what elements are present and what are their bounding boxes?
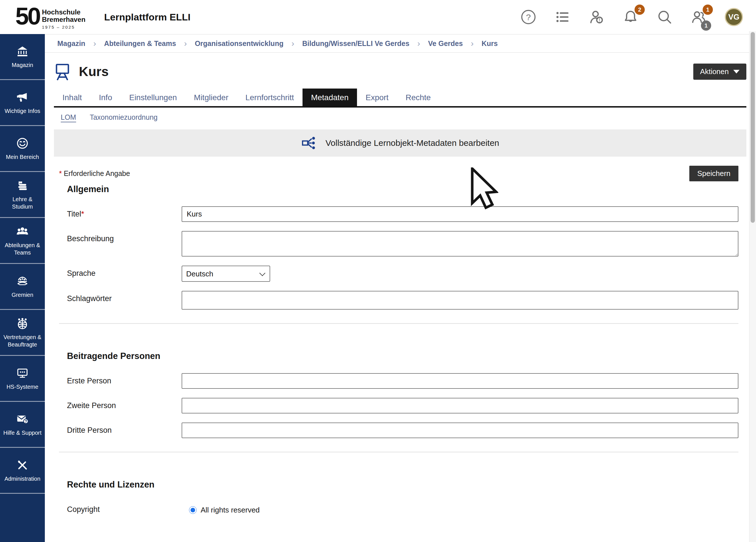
schlagwoerter-input[interactable] <box>182 291 738 310</box>
titel-required-asterisk: * <box>81 210 84 218</box>
sidebar-item-hs-systeme[interactable]: HS-Systeme <box>0 356 45 402</box>
breadcrumb-item[interactable]: Ve Gerdes <box>428 39 463 48</box>
tools-icon <box>16 459 29 472</box>
tab-info[interactable]: Info <box>91 89 121 106</box>
svg-text:!: ! <box>599 17 600 23</box>
committee-icon <box>16 275 29 288</box>
logo-name-line1: Hochschule <box>42 9 85 16</box>
metadata-node-icon <box>301 134 319 152</box>
breadcrumb-separator: › <box>417 39 420 48</box>
section-divider <box>59 323 738 324</box>
sidebar-item-label: Wichtige Infos <box>5 107 40 115</box>
logo-years: 1975 – 2025 <box>42 25 85 30</box>
breadcrumb-item[interactable]: Kurs <box>482 39 498 48</box>
erste-person-input[interactable] <box>182 373 738 389</box>
subtab-lom[interactable]: LOM <box>61 113 76 121</box>
section-title-rechte: Rechte und Lizenzen <box>67 480 738 490</box>
actions-button-label: Aktionen <box>700 67 729 76</box>
edit-full-metadata-banner[interactable]: Vollständige Lernobjekt-Metadaten bearbe… <box>54 129 746 157</box>
erste-person-label: Erste Person <box>59 373 182 385</box>
breadcrumb-separator: › <box>471 39 474 48</box>
sidebar-item-label: Gremien <box>12 291 33 299</box>
bullet-list-icon[interactable] <box>555 9 570 25</box>
breadcrumb-item[interactable]: Organisationsentwicklung <box>195 39 283 48</box>
sprache-select[interactable]: Deutsch <box>182 266 270 282</box>
sidebar-item-lehre-studium[interactable]: Lehre & Studium <box>0 172 45 218</box>
breadcrumb-item[interactable]: Abteilungen & Teams <box>104 39 176 48</box>
section-title-allgemein: Allgemein <box>67 184 746 194</box>
tab-mitglieder[interactable]: Mitglieder <box>185 89 237 106</box>
top-header: 50 Hochschule Bremerhaven 1975 – 2025 Le… <box>0 0 756 34</box>
save-button[interactable]: Speichern <box>689 166 738 181</box>
search-icon[interactable] <box>657 9 673 25</box>
metadata-form: Titel* Beschreibung Sprache Deutsch Schl… <box>59 206 738 514</box>
sidebar-item-label: HS-Systeme <box>7 383 38 390</box>
contacts-badge-total: 1 <box>701 20 711 31</box>
tab-rechte[interactable]: Rechte <box>397 89 439 106</box>
sidebar-item-wichtige-infos[interactable]: Wichtige Infos <box>0 80 45 126</box>
megaphone-icon <box>16 91 29 104</box>
breadcrumb-separator: › <box>184 39 187 48</box>
logo-name-line2: Bremerhaven <box>42 16 85 23</box>
copyright-radio-all-rights-reserved[interactable] <box>189 506 197 514</box>
beschreibung-label: Beschreibung <box>59 231 182 243</box>
bell-icon[interactable]: 2 <box>623 9 639 25</box>
subtab-taxonomiezuordnung[interactable]: Taxonomiezuordnung <box>90 113 157 121</box>
sidebar-item-vertretungen[interactable]: Vertretungen & Beauftragte <box>0 310 45 356</box>
zweite-person-input[interactable] <box>182 398 738 413</box>
sidebar-item-abteilungen-teams[interactable]: Abteilungen & Teams <box>0 218 45 264</box>
breadcrumb-item[interactable]: Magazin <box>57 39 85 48</box>
copyright-radio-group: All rights reserved <box>182 504 738 514</box>
sidebar-item-label: Lehre & Studium <box>1 196 43 210</box>
beschreibung-textarea[interactable] <box>182 231 738 257</box>
svg-text:?: ? <box>526 12 531 22</box>
sidebar-item-label: Magazin <box>12 61 33 69</box>
zweite-person-label: Zweite Person <box>59 398 182 410</box>
user-status-icon[interactable]: ! <box>589 9 604 25</box>
scrollbar-thumb[interactable] <box>751 32 755 223</box>
banner-label: Vollständige Lernobjekt-Metadaten bearbe… <box>325 138 499 148</box>
mail-question-icon: ? <box>16 413 29 426</box>
sprache-label: Sprache <box>59 266 182 278</box>
required-asterisk: * <box>59 169 62 177</box>
books-icon <box>16 179 29 192</box>
subtab-bar: LOM Taxonomiezuordnung <box>54 108 746 121</box>
chevron-down-icon <box>733 70 740 73</box>
header-icon-bar: ? ! 2 <box>520 8 743 26</box>
sidebar-item-label: Mein Bereich <box>6 153 39 161</box>
tab-lernfortschritt[interactable]: Lernfortschritt <box>237 89 303 106</box>
help-icon[interactable]: ? <box>520 9 536 25</box>
avatar[interactable]: VG <box>725 8 743 26</box>
dritte-person-input[interactable] <box>182 423 738 438</box>
vertical-scrollbar[interactable] <box>749 31 756 542</box>
copyright-radio-label: All rights reserved <box>201 506 260 514</box>
university-logo[interactable]: 50 Hochschule Bremerhaven 1975 – 2025 <box>15 5 85 29</box>
main-area: Magazin › Abteilungen & Teams › Organisa… <box>45 34 756 542</box>
tab-einstellungen[interactable]: Einstellungen <box>121 89 185 106</box>
tab-bar: Inhalt Info Einstellungen Mitglieder Ler… <box>54 89 746 108</box>
logo-50: 50 <box>15 5 40 28</box>
tab-inhalt[interactable]: Inhalt <box>54 89 91 106</box>
sidebar-item-hilfe-support[interactable]: ? Hilfe & Support <box>0 402 45 448</box>
smiley-icon <box>16 137 29 150</box>
course-board-icon <box>54 62 71 81</box>
breadcrumb-item[interactable]: Bildung/Wissen/ELLI Ve Gerdes <box>302 39 409 48</box>
sidebar-item-mein-bereich[interactable]: Mein Bereich <box>0 126 45 172</box>
sidebar-item-label: Hilfe & Support <box>3 429 42 436</box>
sprache-select-wrap: Deutsch <box>182 266 270 282</box>
bell-badge: 2 <box>635 5 645 15</box>
titel-label: Titel* <box>59 206 182 219</box>
sidebar-item-gremien[interactable]: Gremien <box>0 264 45 310</box>
actions-button[interactable]: Aktionen <box>693 64 746 80</box>
sidebar-item-label: Abteilungen & Teams <box>1 241 43 256</box>
monitor-icon <box>16 367 29 380</box>
page-title: Kurs <box>79 64 109 79</box>
contacts-icon[interactable]: 1 1 <box>691 9 707 25</box>
globe-people-icon <box>16 317 29 330</box>
tab-export[interactable]: Export <box>357 89 397 106</box>
titel-input[interactable] <box>182 206 738 222</box>
tab-metadaten[interactable]: Metadaten <box>303 89 357 106</box>
sidebar-item-magazin[interactable]: Magazin <box>0 34 45 80</box>
sidebar-item-label: Vertretungen & Beauftragte <box>1 333 43 348</box>
sidebar-item-administration[interactable]: Administration <box>0 448 45 494</box>
